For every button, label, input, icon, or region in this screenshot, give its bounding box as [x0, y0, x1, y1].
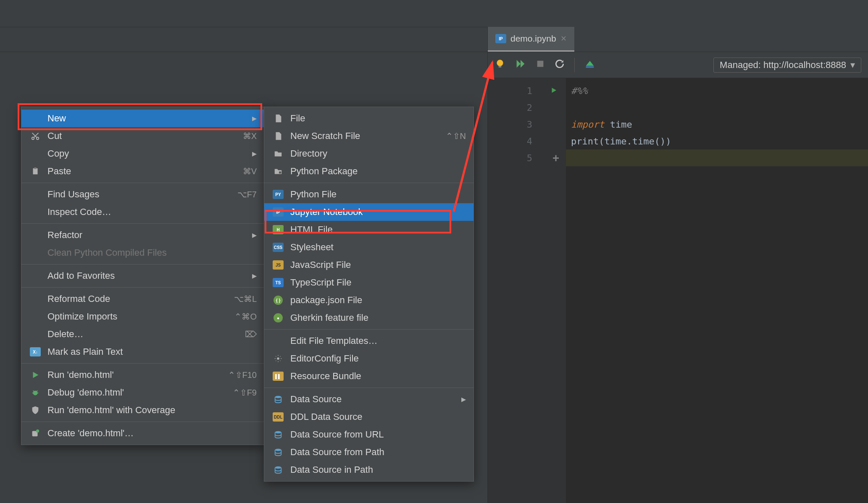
- none-icon: [29, 293, 42, 305]
- submenu-arrow-icon: ▸: [252, 270, 257, 281]
- code-lines[interactable]: #%% import time print(time.time()): [566, 78, 868, 503]
- submenu-arrow-icon: ▸: [252, 230, 257, 241]
- menu-item-typescript-file[interactable]: TSTypeScript File: [264, 274, 473, 291]
- run-cell-icon[interactable]: [550, 86, 558, 96]
- line-number[interactable]: 3: [488, 116, 540, 133]
- menu-item-label: Gherkin feature file: [290, 312, 466, 323]
- menu-item-package-json-file[interactable]: { }package.json File: [264, 291, 473, 309]
- line-number[interactable]: 2: [488, 99, 540, 116]
- menu-item-label: Copy: [47, 148, 252, 159]
- server-selector[interactable]: Managed: http://localhost:8888 ▾: [713, 58, 861, 73]
- menu-item-shortcut: ⌃⇧N: [446, 131, 466, 141]
- menu-item-editorconfig-file[interactable]: EditorConfig File: [264, 350, 473, 367]
- menu-item-paste[interactable]: Paste⌘V: [21, 162, 264, 180]
- menu-item-label: Paste: [47, 166, 233, 177]
- editor-area: IP demo.ipynb ✕ Managed: http://localhos…: [487, 27, 868, 503]
- xl-icon: X↓: [29, 346, 42, 358]
- menu-item-new[interactable]: New▸: [21, 110, 264, 127]
- menu-item-python-file[interactable]: PYPython File: [264, 186, 473, 203]
- menu-item-mark-as-plain-text[interactable]: X↓Mark as Plain Text: [21, 343, 264, 361]
- menu-item-shortcut: ⌘X: [243, 131, 257, 141]
- menu-item-debug-demo-html[interactable]: Debug 'demo.html'⌃⇧F9: [21, 384, 264, 401]
- menu-item-label: Optimize Imports: [47, 311, 224, 322]
- menu-item-reformat-code[interactable]: Reformat Code⌥⌘L: [21, 290, 264, 308]
- none-icon: [29, 147, 42, 160]
- menu-item-label: package.json File: [290, 295, 466, 306]
- stop-icon[interactable]: [536, 59, 545, 71]
- menu-item-directory[interactable]: Directory: [264, 145, 473, 162]
- menu-item-label: Add to Favorites: [47, 270, 252, 281]
- line-number[interactable]: 5 +: [488, 149, 540, 166]
- cut-icon: [29, 130, 42, 142]
- svg-point-25: [275, 396, 281, 398]
- code-text: print(: [571, 136, 604, 147]
- menu-item-delete[interactable]: Delete…⌦: [21, 325, 264, 343]
- menu-item-ddl-data-source[interactable]: DDLDDL Data Source: [264, 408, 473, 426]
- submenu-arrow-icon: ▸: [252, 148, 257, 159]
- svg-line-19: [33, 390, 34, 391]
- line-number[interactable]: 4: [488, 133, 540, 149]
- menu-item-refactor[interactable]: Refactor▸: [21, 226, 264, 244]
- none-icon: [29, 188, 42, 201]
- file-tab-label: demo.ipynb: [510, 34, 556, 44]
- close-tab-icon[interactable]: ✕: [560, 34, 567, 43]
- menu-item-label: Inspect Code…: [47, 207, 257, 217]
- add-cell-icon[interactable]: +: [552, 152, 559, 164]
- separator: [574, 58, 575, 72]
- restart-icon[interactable]: [554, 58, 565, 71]
- upload-icon[interactable]: [584, 58, 596, 72]
- menu-item-resource-bundle[interactable]: ▌▌Resource Bundle: [264, 367, 473, 385]
- menu-item-gherkin-feature-file[interactable]: ●Gherkin feature file: [264, 309, 473, 327]
- svg-point-27: [275, 449, 281, 451]
- menu-item-html-file[interactable]: HHTML File: [264, 221, 473, 238]
- menu-item-create-demo-html[interactable]: Create 'demo.html'…: [21, 424, 264, 442]
- menu-item-shortcut: ⌘V: [243, 166, 257, 176]
- menu-item-label: New: [47, 113, 252, 124]
- js-icon: JS: [272, 259, 284, 271]
- menu-item-label: Mark as Plain Text: [47, 346, 257, 357]
- line-number[interactable]: 1: [488, 82, 540, 99]
- menu-item-file[interactable]: File: [264, 110, 473, 127]
- menu-item-label: Data Source from URL: [290, 429, 466, 440]
- menu-item-label: Resource Bundle: [290, 371, 466, 382]
- menu-item-run-demo-html[interactable]: Run 'demo.html'⌃⇧F10: [21, 366, 264, 384]
- menu-item-shortcut: ⌦: [245, 329, 257, 339]
- menu-item-label: Python File: [290, 189, 466, 200]
- intention-bulb-icon[interactable]: [494, 58, 505, 71]
- menu-item-find-usages[interactable]: Find Usages⌥F7: [21, 186, 264, 203]
- menu-item-run-demo-html-with-coverage[interactable]: Run 'demo.html' with Coverage: [21, 401, 264, 419]
- menu-item-optimize-imports[interactable]: Optimize Imports⌃⌘O: [21, 308, 264, 325]
- menu-item-data-source-in-path[interactable]: Data Source in Path: [264, 461, 473, 479]
- menu-separator: [264, 183, 473, 183]
- menu-separator: [264, 388, 473, 388]
- menu-item-label: Edit File Templates…: [290, 335, 466, 346]
- new-submenu: FileNew Scratch File⌃⇧NDirectoryPython P…: [264, 107, 474, 482]
- menu-item-data-source[interactable]: Data Source▸: [264, 390, 473, 408]
- gutter: 1 2 3 4 5 +: [488, 78, 540, 503]
- menu-item-edit-file-templates[interactable]: Edit File Templates…: [264, 332, 473, 350]
- menu-item-data-source-from-url[interactable]: Data Source from URL: [264, 426, 473, 443]
- menu-item-new-scratch-file[interactable]: New Scratch File⌃⇧N: [264, 127, 473, 145]
- menu-item-label: Data Source from Path: [290, 447, 466, 458]
- menu-item-data-source-from-path[interactable]: Data Source from Path: [264, 443, 473, 461]
- menu-item-inspect-code[interactable]: Inspect Code…: [21, 203, 264, 221]
- menu-item-cut[interactable]: Cut⌘X: [21, 127, 264, 145]
- code-ident: time: [604, 136, 626, 147]
- menu-item-label: Clean Python Compiled Files: [47, 247, 257, 258]
- run-all-icon[interactable]: [515, 58, 526, 72]
- menu-item-copy[interactable]: Copy▸: [21, 145, 264, 162]
- menu-item-stylesheet[interactable]: CSSStylesheet: [264, 238, 473, 256]
- ip-icon: IP: [272, 206, 284, 218]
- menu-item-javascript-file[interactable]: JSJavaScript File: [264, 256, 473, 274]
- file-tab-demo[interactable]: IP demo.ipynb ✕: [488, 27, 574, 52]
- svg-point-28: [275, 466, 281, 469]
- menu-item-python-package[interactable]: Python Package: [264, 162, 473, 180]
- code-fn: time: [632, 136, 655, 147]
- menu-separator: [21, 363, 264, 364]
- svg-point-6: [497, 60, 503, 66]
- menu-item-label: Delete…: [47, 329, 235, 340]
- svg-point-24: [277, 357, 279, 360]
- menu-item-add-to-favorites[interactable]: Add to Favorites▸: [21, 267, 264, 285]
- menu-item-jupyter-notebook[interactable]: IPJupyter Notebook: [264, 203, 473, 221]
- menu-item-shortcut: ⌥⌘L: [234, 294, 257, 304]
